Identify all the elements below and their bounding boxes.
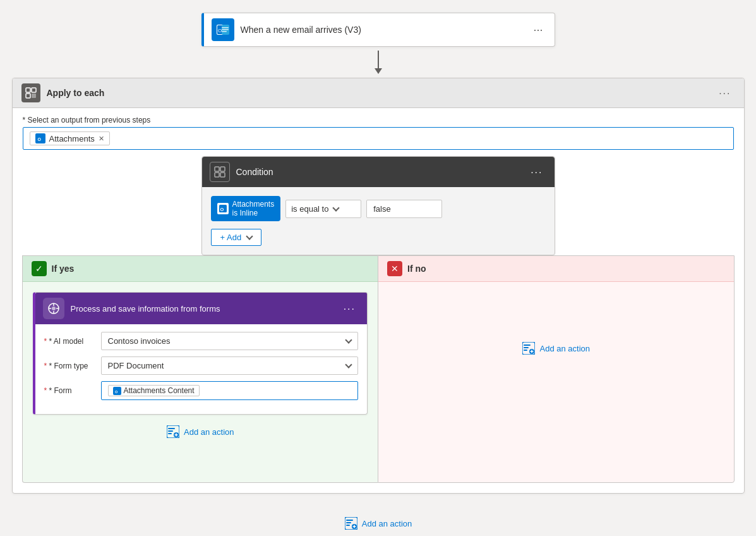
- svg-rect-42: [346, 520, 353, 521]
- form-type-label: * * Form type: [44, 362, 95, 370]
- tag-outlook-icon: O: [35, 133, 45, 143]
- svg-rect-37: [524, 350, 527, 351]
- apply-to-each-header: Apply to each ···: [13, 78, 744, 108]
- form-type-chevron-icon: [345, 361, 352, 368]
- bottom-add-action-container: Add an action: [337, 506, 420, 534]
- apply-to-each-title: Apply to each: [47, 88, 716, 98]
- yes-add-action-icon: [166, 425, 180, 439]
- svg-rect-6: [222, 31, 227, 32]
- svg-rect-8: [32, 88, 36, 92]
- branch-yes-title: If yes: [52, 264, 75, 274]
- no-add-action-button[interactable]: Add an action: [514, 338, 597, 359]
- branch-yes: ✓ If yes: [22, 255, 378, 483]
- branch-yes-header: ✓ If yes: [23, 256, 378, 282]
- trigger-title: When a new email arrives (V3): [241, 25, 530, 35]
- operator-chevron-icon: [333, 204, 340, 211]
- svg-rect-7: [26, 88, 30, 92]
- condition-subject-line2: is Inline: [232, 209, 275, 217]
- form-type-select[interactable]: PDF Document: [101, 356, 359, 375]
- process-icon: [43, 298, 64, 319]
- condition-icon: [210, 162, 230, 182]
- svg-point-20: [52, 307, 56, 310]
- svg-rect-44: [346, 525, 350, 526]
- svg-rect-13: [215, 167, 219, 171]
- apply-icon: [21, 83, 40, 102]
- condition-value[interactable]: false: [366, 200, 442, 218]
- no-add-action-icon: [522, 341, 536, 355]
- connector-arrow: [375, 51, 382, 74]
- attachments-tag: O Attachments ✕: [30, 131, 110, 145]
- form-tag-icon: O: [113, 387, 121, 395]
- branch-no-header: ✕ If no: [378, 256, 734, 282]
- condition-subject[interactable]: O Attachments is Inline: [211, 196, 281, 221]
- svg-rect-36: [524, 347, 529, 348]
- apply-to-each-container: Apply to each ··· * Select an output fro…: [12, 78, 745, 494]
- svg-rect-35: [524, 344, 531, 346]
- svg-text:O: O: [218, 28, 222, 34]
- apply-more-button[interactable]: ···: [715, 85, 735, 101]
- condition-title: Condition: [236, 167, 527, 177]
- branch-no: ✕ If no: [378, 255, 735, 483]
- trigger-card: O When a new email arrives (V3) ···: [201, 13, 555, 47]
- process-card: Process and save information from forms …: [33, 292, 368, 415]
- ai-model-select[interactable]: Contoso invoices: [101, 332, 359, 350]
- svg-rect-30: [168, 433, 172, 434]
- svg-rect-15: [215, 173, 219, 177]
- svg-rect-14: [220, 167, 225, 171]
- svg-text:O: O: [220, 207, 224, 212]
- svg-rect-29: [168, 430, 173, 432]
- svg-rect-43: [346, 522, 351, 523]
- bottom-add-action-icon: [344, 516, 358, 530]
- form-tag: O Attachments Content: [108, 385, 200, 396]
- svg-text:O: O: [38, 137, 42, 142]
- svg-rect-5: [222, 29, 229, 30]
- condition-subject-line1: Attachments: [232, 200, 275, 209]
- ai-model-label: * * AI model: [44, 337, 95, 346]
- form-label: * * Form: [44, 386, 95, 395]
- process-more-button[interactable]: ···: [340, 301, 359, 317]
- condition-operator[interactable]: is equal to: [285, 200, 361, 218]
- condition-header: Condition ···: [202, 157, 555, 187]
- branch-no-title: If no: [407, 264, 426, 274]
- tag-close-button[interactable]: ✕: [99, 135, 104, 143]
- checkmark-icon: ✓: [32, 261, 47, 276]
- select-output-label: * Select an output from previous steps: [23, 116, 734, 125]
- condition-card: Condition ··· O: [201, 156, 555, 255]
- yes-add-action-button[interactable]: Add an action: [159, 421, 242, 442]
- condition-more-button[interactable]: ···: [527, 164, 546, 180]
- add-chevron-icon: [246, 233, 253, 240]
- ai-model-chevron-icon: [345, 336, 352, 343]
- condition-add-button[interactable]: + Add: [211, 229, 262, 246]
- trigger-more-button[interactable]: ···: [529, 22, 546, 38]
- svg-rect-28: [168, 428, 175, 429]
- attachments-input[interactable]: O Attachments ✕: [23, 127, 734, 150]
- branch-row: ✓ If yes: [22, 255, 735, 483]
- process-title: Process and save information from forms: [71, 304, 340, 314]
- x-icon: ✕: [387, 261, 402, 276]
- svg-rect-10: [32, 94, 36, 98]
- form-input[interactable]: O Attachments Content: [101, 381, 359, 400]
- svg-rect-4: [222, 27, 229, 28]
- process-header: Process and save information from forms …: [35, 293, 368, 324]
- condition-subject-icon: O: [217, 203, 229, 214]
- svg-rect-9: [26, 94, 30, 98]
- svg-text:O: O: [115, 389, 118, 393]
- svg-rect-16: [220, 173, 225, 177]
- bottom-add-action-button[interactable]: Add an action: [337, 513, 420, 534]
- outlook-icon: O: [212, 18, 234, 41]
